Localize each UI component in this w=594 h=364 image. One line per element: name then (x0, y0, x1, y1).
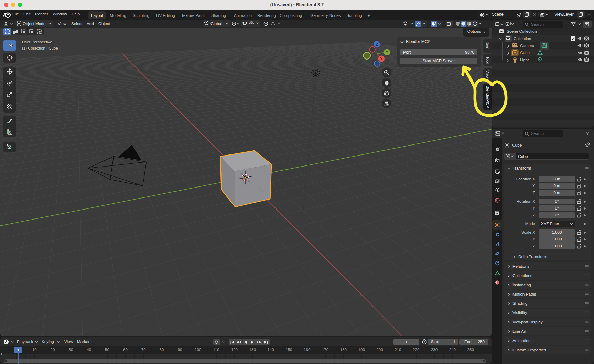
svg-text:Z: Z (376, 43, 378, 46)
svg-text:X: X (380, 57, 382, 61)
svg-text:Y: Y (386, 51, 388, 54)
